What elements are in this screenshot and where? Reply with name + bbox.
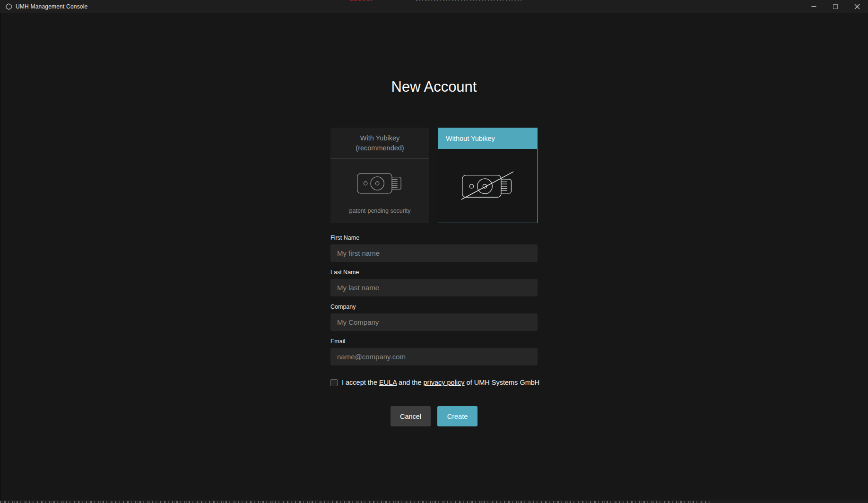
create-button[interactable]: Create — [437, 406, 477, 426]
first-name-input[interactable] — [330, 244, 538, 262]
eula-row: I accept the EULA and the privacy policy… — [330, 379, 538, 386]
email-label: Email — [330, 338, 538, 346]
window-title: UMH Management Console — [16, 3, 87, 10]
window-controls — [803, 0, 868, 13]
option-with-yubikey[interactable]: With Yubikey (recommended) — [330, 128, 429, 223]
yubikey-option-cards: With Yubikey (recommended) — [330, 128, 538, 223]
option-without-yubikey[interactable]: Without Yubikey — [438, 128, 538, 223]
title-bar: UMH Management Console — [0, 0, 868, 13]
minimize-icon — [811, 4, 816, 9]
option-with-yubikey-title: With Yubikey (recommended) — [330, 128, 429, 158]
privacy-policy-link[interactable]: privacy policy — [424, 379, 465, 386]
cancel-button[interactable]: Cancel — [391, 406, 431, 426]
new-account-form: New Account With Yubikey (recommended) — [330, 76, 538, 426]
close-button[interactable] — [846, 0, 868, 13]
main-content: New Account With Yubikey (recommended) — [0, 13, 868, 503]
screen-artifact-top-red — [350, 0, 373, 1]
option-with-yubikey-caption: patent-pending security — [330, 208, 429, 223]
company-label: Company — [330, 303, 538, 311]
maximize-button[interactable] — [825, 0, 846, 13]
maximize-icon — [833, 4, 838, 9]
email-input[interactable] — [330, 348, 538, 365]
yubikey-crossed-icon — [438, 149, 537, 223]
page-title: New Account — [330, 76, 538, 98]
last-name-label: Last Name — [330, 269, 538, 277]
eula-checkbox[interactable] — [330, 379, 338, 386]
umh-logo-icon — [6, 3, 12, 10]
first-name-label: First Name — [330, 234, 538, 242]
company-input[interactable] — [330, 313, 538, 331]
option-without-yubikey-title: Without Yubikey — [438, 128, 537, 149]
screen-artifact-bottom — [0, 500, 868, 503]
minimize-button[interactable] — [803, 0, 825, 13]
eula-text: I accept the EULA and the privacy policy… — [342, 379, 539, 386]
last-name-input[interactable] — [330, 279, 538, 296]
window-left-edge — [0, 13, 1, 503]
screen-artifact-top-multi — [416, 0, 522, 1]
action-buttons: Cancel Create — [330, 406, 538, 426]
eula-link[interactable]: EULA — [379, 379, 397, 386]
yubikey-icon — [330, 159, 429, 208]
close-icon — [854, 4, 860, 9]
